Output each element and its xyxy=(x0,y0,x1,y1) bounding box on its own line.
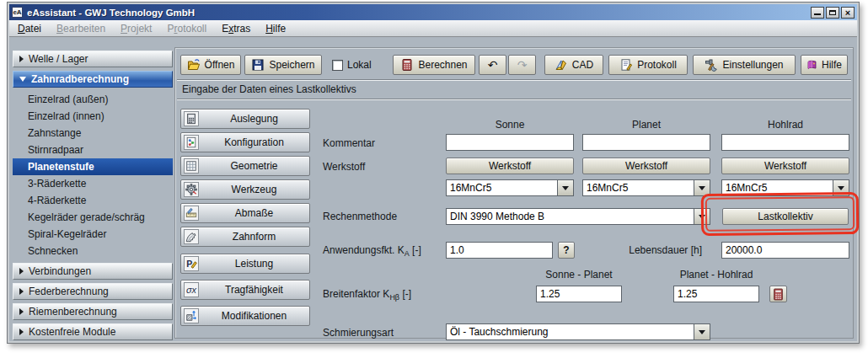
anwendungsfaktor-label: Anwendungsfkt. KA [-] xyxy=(323,244,421,258)
open-button-label: Öffnen xyxy=(205,59,235,71)
modifikationen-button[interactable]: Modifikationen xyxy=(180,306,310,326)
sidebar-section-verbindungen[interactable]: Verbindungen xyxy=(13,263,173,280)
section-label: Federberechnung xyxy=(29,286,109,297)
werkzeug-button[interactable]: Werkzeug xyxy=(180,179,310,200)
abmasse-button[interactable]: Abmaße xyxy=(180,203,310,223)
screenshot-stage: eA eAssistant - GWJ Technology GmbH × Da… xyxy=(0,0,868,358)
kommentar-input-sonne[interactable] xyxy=(446,134,574,151)
sidebar-item-3-raederkette[interactable]: 3-Räderkette xyxy=(13,175,173,192)
zahnform-button[interactable]: Zahnform xyxy=(180,227,310,247)
leistung-button[interactable]: P Leistung xyxy=(180,254,310,274)
dropdown-arrow-icon[interactable] xyxy=(833,180,849,195)
konfiguration-button[interactable]: Konfiguration xyxy=(180,132,310,152)
werkstoff-select-hohlrad[interactable]: 16MnCr5 xyxy=(721,179,849,196)
schmierungsart-label: Schmierungsart xyxy=(323,327,394,339)
section-label: Riemenberechnung xyxy=(29,306,117,318)
sidebar-item-spiral-kegelraeder[interactable]: Spiral-Kegelräder xyxy=(13,226,173,243)
cad-set-square-icon xyxy=(555,58,568,72)
dropdown-arrow-icon[interactable] xyxy=(557,180,573,195)
title-bar[interactable]: eA eAssistant - GWJ Technology GmbH × xyxy=(9,4,857,20)
anwendungsfaktor-input[interactable] xyxy=(446,242,553,259)
protokoll-button[interactable]: Protokoll xyxy=(608,55,688,75)
sidebar-item-kegelraeder[interactable]: Kegelräder gerade/schräg xyxy=(13,209,173,226)
sidebar-section-riemenberechnung[interactable]: Riemenberechnung xyxy=(13,303,173,320)
breitenfaktor-calc-button[interactable] xyxy=(769,286,787,302)
help-question-button[interactable]: ? xyxy=(558,242,575,259)
section-label: Zahnradberechnung xyxy=(31,73,129,85)
cad-button[interactable]: CAD xyxy=(544,55,603,75)
geometrie-button[interactable]: Geometrie xyxy=(180,156,310,176)
berechnen-button-label: Berechnen xyxy=(418,59,467,71)
save-button-label: Speichern xyxy=(269,59,314,71)
lebensdauer-label: Lebensdauer [h] xyxy=(616,244,702,256)
sidebar-item-einzelrad-aussen[interactable]: Einzelrad (außen) xyxy=(13,91,173,108)
dropdown-arrow-icon[interactable] xyxy=(694,180,710,195)
breitenfaktor-label: Breitenfaktor KHβ [-] xyxy=(323,288,411,302)
calculator-icon xyxy=(400,58,414,72)
modifikationen-label: Modifikationen xyxy=(199,310,309,322)
sidebar-item-einzelrad-innen[interactable]: Einzelrad (innen) xyxy=(13,108,173,125)
pair-header-planet-hohlrad: Planet - Hohlrad xyxy=(670,269,763,281)
undo-button[interactable]: ↶ xyxy=(479,55,506,75)
sidebar-section-welle-lager[interactable]: Welle / Lager xyxy=(13,51,173,67)
menu-item-hilfe[interactable]: Hilfe xyxy=(265,23,286,35)
main-panel: Öffnen Speichern Lokal Berechnen ↶ xyxy=(174,47,854,339)
minimize-icon xyxy=(814,13,821,15)
close-button[interactable]: × xyxy=(841,7,855,19)
floppy-disk-icon xyxy=(251,58,265,72)
schmierungsart-select[interactable]: Öl - Tauchschmierung xyxy=(446,323,710,340)
minimize-button[interactable] xyxy=(811,7,824,19)
berechnen-button[interactable]: Berechnen xyxy=(393,55,475,75)
dropdown-arrow-icon[interactable] xyxy=(694,209,710,224)
maximize-icon xyxy=(829,10,836,15)
hilfe-button[interactable]: Hilfe xyxy=(801,55,848,75)
werkstoff-label: Werkstoff xyxy=(323,161,365,173)
sidebar-item-planetenstufe[interactable]: Planetenstufe xyxy=(13,158,173,175)
werkstoff-select-planet[interactable]: 16MnCr5 xyxy=(582,179,710,196)
kommentar-input-hohlrad[interactable] xyxy=(721,134,849,151)
sidebar-section-kostenfreie-module[interactable]: Kostenfreie Module xyxy=(13,323,173,340)
kommentar-input-planet[interactable] xyxy=(582,134,710,151)
rechenmethode-select[interactable]: DIN 3990 Methode B xyxy=(446,208,710,225)
werkstoff-select-sonne[interactable]: 16MnCr5 xyxy=(446,179,574,196)
app-window: eA eAssistant - GWJ Technology GmbH × Da… xyxy=(7,2,860,344)
save-button[interactable]: Speichern xyxy=(244,55,322,75)
redo-button[interactable]: ↷ xyxy=(508,55,536,75)
tragfaehigkeit-button[interactable]: σx Tragfähigkeit xyxy=(180,280,310,300)
sidebar-section-federberechnung[interactable]: Federberechnung xyxy=(13,283,173,300)
menu-item-datei[interactable]: Datei xyxy=(18,23,41,35)
werkstoff-button-sonne[interactable]: Werkstoff xyxy=(446,158,574,174)
lastkollektiv-button[interactable]: Lastkollektiv xyxy=(722,208,849,225)
breitenfaktor-input-sonne-planet[interactable] xyxy=(536,286,622,302)
einstellungen-button-label: Einstellungen xyxy=(722,59,783,71)
rechenmethode-label: Rechenmethode xyxy=(323,211,397,222)
breitenfaktor-input-planet-hohlrad[interactable] xyxy=(673,286,759,302)
report-document-icon xyxy=(619,58,633,72)
lebensdauer-input[interactable] xyxy=(721,242,849,259)
sidebar-item-schnecken[interactable]: Schnecken xyxy=(13,243,173,259)
calculator-icon xyxy=(184,111,199,126)
dropdown-arrow-icon[interactable] xyxy=(694,324,710,339)
menu-item-extras[interactable]: Extras xyxy=(222,23,250,35)
sidebar-item-zahnstange[interactable]: Zahnstange xyxy=(13,125,173,142)
werkstoff-button-planet[interactable]: Werkstoff xyxy=(582,158,710,174)
chevron-right-icon xyxy=(19,288,24,295)
help-book-icon xyxy=(806,58,817,72)
sidebar-item-4-raederkette[interactable]: 4-Räderkette xyxy=(13,192,173,209)
sidebar-section-zahnradberechnung[interactable]: Zahnradberechnung xyxy=(13,71,173,88)
einstellungen-button[interactable]: Einstellungen xyxy=(693,55,796,75)
auslegung-button[interactable]: Auslegung xyxy=(180,109,310,129)
select-value: Öl - Tauchschmierung xyxy=(447,324,694,339)
maximize-button[interactable] xyxy=(826,7,839,19)
chevron-down-icon xyxy=(19,77,26,82)
power-pencil-icon: P xyxy=(184,256,199,271)
auslegung-label: Auslegung xyxy=(199,113,309,125)
sidebar-item-stirnradpaar[interactable]: Stirnradpaar xyxy=(13,142,173,158)
lokal-checkbox[interactable]: Lokal xyxy=(332,59,372,71)
open-button[interactable]: Öffnen xyxy=(180,55,241,75)
column-header-planet: Planet xyxy=(582,119,710,131)
werkstoff-button-hohlrad[interactable]: Werkstoff xyxy=(721,158,849,174)
cad-button-label: CAD xyxy=(572,59,593,71)
sigma-icon: σx xyxy=(184,282,199,297)
select-value: DIN 3990 Methode B xyxy=(447,209,694,224)
